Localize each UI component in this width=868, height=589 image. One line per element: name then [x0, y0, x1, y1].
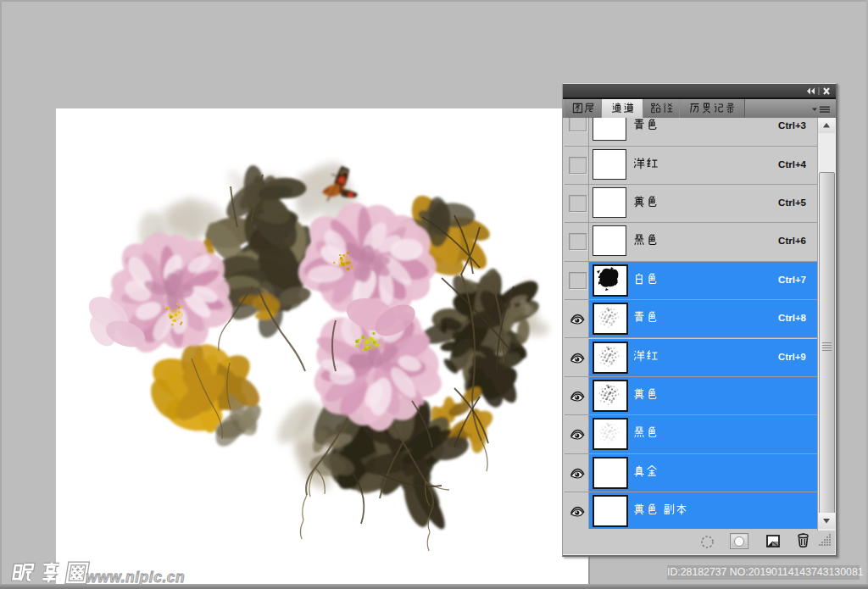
svg-text:www.nipic.cn: www.nipic.cn	[86, 569, 185, 586]
